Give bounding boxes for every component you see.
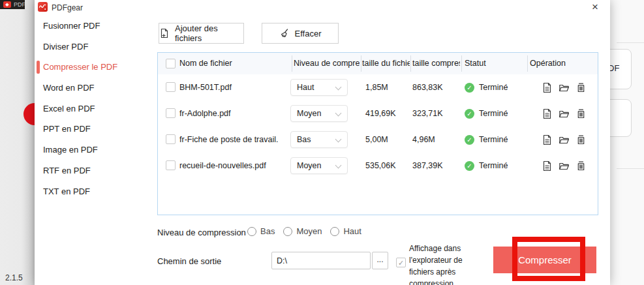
column-divider — [361, 55, 361, 72]
compressed-size: 863,83K — [412, 74, 443, 100]
output-path-input[interactable] — [271, 252, 371, 269]
level-value: Moyen — [297, 109, 322, 118]
open-folder-icon[interactable] — [559, 134, 570, 145]
dialog-title: PDFgear — [52, 3, 83, 12]
level-dropdown[interactable]: Haut — [290, 79, 348, 96]
explorer-checkbox[interactable]: ✓ — [396, 258, 406, 267]
radio-haut[interactable]: Haut — [330, 226, 361, 236]
compress-button[interactable]: Compresser — [493, 247, 596, 273]
view-file-icon[interactable] — [542, 134, 553, 145]
original-size: 5,00M — [365, 127, 388, 153]
delete-icon[interactable] — [575, 134, 587, 145]
screen: ◆ PDF 2.1.5 × DF PDFgear × Fusionner PDF… — [0, 0, 644, 285]
add-files-button[interactable]: Ajouter des fichiers — [159, 23, 244, 44]
original-size: 535,06K — [365, 153, 396, 179]
open-folder-icon[interactable] — [559, 160, 570, 172]
sidebar-item-fusionner[interactable]: Fusionner PDF — [35, 16, 152, 37]
pdfgear-logo-icon — [38, 2, 48, 12]
row-checkbox[interactable] — [166, 82, 176, 92]
background-red-circle-button[interactable] — [23, 103, 35, 125]
radio-moyen[interactable]: Moyen — [283, 226, 322, 236]
sidebar-item-excel[interactable]: Excel en PDF — [35, 98, 152, 119]
level-dropdown[interactable]: Moyen — [290, 105, 348, 122]
header-name: Nom de fichier — [179, 53, 289, 74]
clear-label: Effacer — [295, 29, 322, 38]
close-icon[interactable]: × — [588, 0, 602, 14]
sidebar-item-txt[interactable]: TXT en PDF — [35, 181, 152, 202]
status-cell: ✓ Terminé — [465, 127, 508, 153]
level-dropdown[interactable]: Bas — [290, 131, 348, 148]
view-file-icon[interactable] — [542, 108, 553, 119]
background-app-icon: ◆ — [3, 1, 11, 8]
open-folder-icon[interactable] — [559, 108, 570, 119]
delete-icon[interactable] — [575, 160, 587, 172]
add-files-label: Ajouter des fichiers — [175, 23, 243, 43]
sidebar-item-diviser[interactable]: Diviser PDF — [35, 37, 152, 57]
sidebar-item-compresser[interactable]: Compresser le PDF — [35, 57, 152, 78]
radio-bas[interactable]: Bas — [247, 226, 275, 236]
sidebar-item-word[interactable]: Word en PDF — [35, 78, 152, 98]
add-file-icon — [159, 28, 170, 38]
compressed-size: 387,39K — [412, 153, 443, 179]
table-row: recueil-de-nouvelles.pdf Moyen 535,06K 3… — [158, 153, 598, 179]
operations-cell — [542, 153, 587, 179]
status-cell: ✓ Terminé — [465, 153, 508, 179]
active-indicator-bar — [37, 61, 40, 74]
version-label: 2.1.5 — [5, 273, 23, 282]
radio-circle-icon — [283, 227, 292, 236]
status-label: Terminé — [479, 83, 508, 92]
chevron-down-icon — [335, 110, 342, 117]
file-name: recueil-de-nouvelles.pdf — [179, 153, 289, 179]
background-window-left: ◆ PDF 2.1.5 — [0, 0, 35, 285]
operations-cell — [542, 100, 587, 127]
status-label: Terminé — [479, 161, 508, 170]
header-compressed-size: taille compres — [412, 53, 460, 74]
radio-label: Moyen — [296, 226, 322, 236]
row-checkbox[interactable] — [166, 108, 176, 118]
background-divider — [617, 168, 644, 169]
delete-icon[interactable] — [575, 108, 587, 119]
sidebar-item-image[interactable]: Image en PDF — [35, 140, 152, 160]
column-divider — [527, 55, 528, 72]
chevron-down-icon — [335, 136, 342, 143]
sidebar: Fusionner PDF Diviser PDF Compresser le … — [35, 16, 152, 202]
status-check-icon: ✓ — [465, 161, 474, 171]
level-value: Bas — [297, 135, 311, 144]
files-table: Nom de fichier Niveau de compress taille… — [157, 52, 598, 215]
original-size: 419,69K — [365, 100, 396, 127]
table-row: fr-Fiche de poste de travail. Bas 5,00M … — [158, 127, 598, 153]
row-checkbox[interactable] — [166, 160, 176, 170]
status-cell: ✓ Terminé — [465, 74, 508, 100]
view-file-icon[interactable] — [542, 82, 553, 93]
compressed-size: 4,96M — [412, 127, 435, 153]
view-file-icon[interactable] — [542, 160, 553, 172]
status-check-icon: ✓ — [465, 135, 474, 145]
sidebar-item-label: Compresser le PDF — [43, 62, 117, 72]
dialog-titlebar: PDFgear × — [35, 0, 610, 17]
background-titlebar: ◆ PDF — [0, 0, 25, 9]
compressed-size: 323,71K — [412, 100, 443, 127]
status-label: Terminé — [479, 109, 508, 118]
open-folder-icon[interactable] — [559, 82, 570, 93]
status-check-icon: ✓ — [465, 109, 474, 119]
table-row: fr-Adolphe.pdf Moyen 419,69K 323,71K ✓ T… — [158, 100, 598, 127]
row-checkbox[interactable] — [166, 134, 176, 144]
original-size: 1,85M — [365, 74, 388, 100]
header-level: Niveau de compress — [294, 53, 360, 74]
output-path-label: Chemin de sortie — [157, 256, 221, 266]
table-header: Nom de fichier Niveau de compress taille… — [158, 53, 598, 74]
level-value: Moyen — [297, 161, 322, 170]
radio-label: Bas — [260, 226, 275, 236]
select-all-checkbox[interactable] — [166, 59, 176, 68]
header-status: Statut — [465, 53, 525, 74]
clear-button[interactable]: Effacer — [262, 23, 339, 44]
delete-icon[interactable] — [575, 82, 587, 93]
chevron-down-icon — [335, 84, 342, 91]
browse-button[interactable]: ... — [372, 252, 388, 269]
header-size: taille du fichie — [362, 53, 410, 74]
broom-icon — [279, 28, 290, 38]
level-dropdown[interactable]: Moyen — [290, 157, 348, 174]
sidebar-item-ppt[interactable]: PPT en PDF — [35, 119, 152, 140]
background-divider — [617, 42, 644, 43]
sidebar-item-rtf[interactable]: RTF en PDF — [35, 160, 152, 181]
